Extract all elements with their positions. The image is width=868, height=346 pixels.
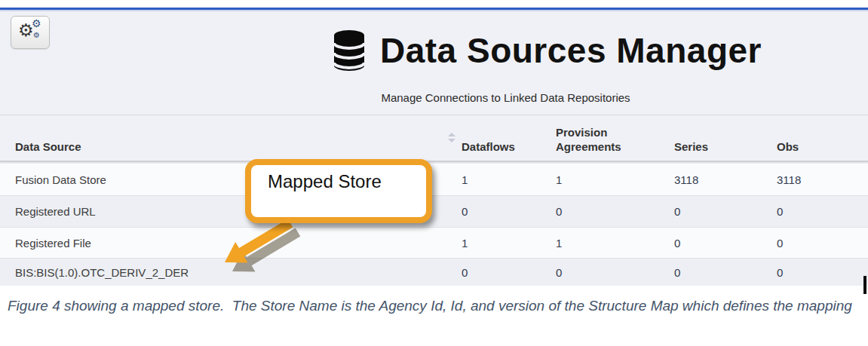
column-header-provision-agreements[interactable]: Provision Agreements xyxy=(541,125,659,161)
obs-cell: 3118 xyxy=(762,173,868,186)
column-header-obs[interactable]: Obs xyxy=(762,139,868,161)
page-subtitle: Manage Connections to Linked Data Reposi… xyxy=(143,91,868,104)
table-row-registered-url[interactable]: Registered URL 0 0 0 0 xyxy=(0,196,868,228)
title-row: Data Sources Manager xyxy=(330,29,762,72)
gear-small-icon: ⚙ xyxy=(32,18,41,29)
table-row-bis-mapped-store[interactable]: BIS:BIS(1.0).OTC_DERIV_2_DER 0 0 0 0 xyxy=(0,259,868,286)
settings-button[interactable]: ⚙ ⚙ ⚙ xyxy=(11,16,50,49)
dataflows-cell: 1 xyxy=(446,237,541,250)
callout-label: Mapped Store xyxy=(251,165,426,192)
series-cell: 3118 xyxy=(659,173,762,186)
top-white-strip xyxy=(0,0,868,8)
series-cell: 0 xyxy=(659,205,762,218)
column-header-dataflows[interactable]: Dataflows xyxy=(446,139,541,161)
provision-agreements-cell: 1 xyxy=(541,237,659,250)
dataflows-cell: 0 xyxy=(446,205,541,218)
figure-caption: Figure 4 showing a mapped store. The Sto… xyxy=(8,295,866,316)
table-header-row: Data Source Dataflows Provision Agreemen… xyxy=(0,115,868,162)
gear-tiny-icon: ⚙ xyxy=(33,32,40,39)
obs-cell: 0 xyxy=(762,205,868,218)
callout-arrow xyxy=(204,214,309,278)
data-sources-panel: ⚙ ⚙ ⚙ Data Sources Manager Manage Connec… xyxy=(0,11,868,284)
series-cell: 0 xyxy=(659,237,762,250)
table-body: Fusion Data Store 1 1 3118 3118 Register… xyxy=(0,164,868,286)
page-title: Data Sources Manager xyxy=(380,30,762,71)
column-header-data-source[interactable]: Data Source xyxy=(0,139,446,161)
series-cell: 0 xyxy=(659,266,762,279)
dataflows-cell: 1 xyxy=(446,173,541,186)
obs-cell: 0 xyxy=(762,237,868,250)
provision-agreements-cell: 1 xyxy=(541,173,659,186)
table-row-registered-file[interactable]: Registered File 1 1 0 0 xyxy=(0,228,868,259)
column-header-series[interactable]: Series xyxy=(659,139,762,161)
mapped-store-callout: Mapped Store xyxy=(245,159,432,223)
text-cursor-bar xyxy=(863,276,866,294)
obs-cell: 0 xyxy=(762,266,868,279)
database-icon xyxy=(330,29,368,72)
provision-agreements-cell: 0 xyxy=(541,266,659,279)
table-row-fusion-data-store[interactable]: Fusion Data Store 1 1 3118 3118 xyxy=(0,164,868,196)
dataflows-cell: 0 xyxy=(446,266,541,279)
provision-agreements-cell: 0 xyxy=(541,205,659,218)
